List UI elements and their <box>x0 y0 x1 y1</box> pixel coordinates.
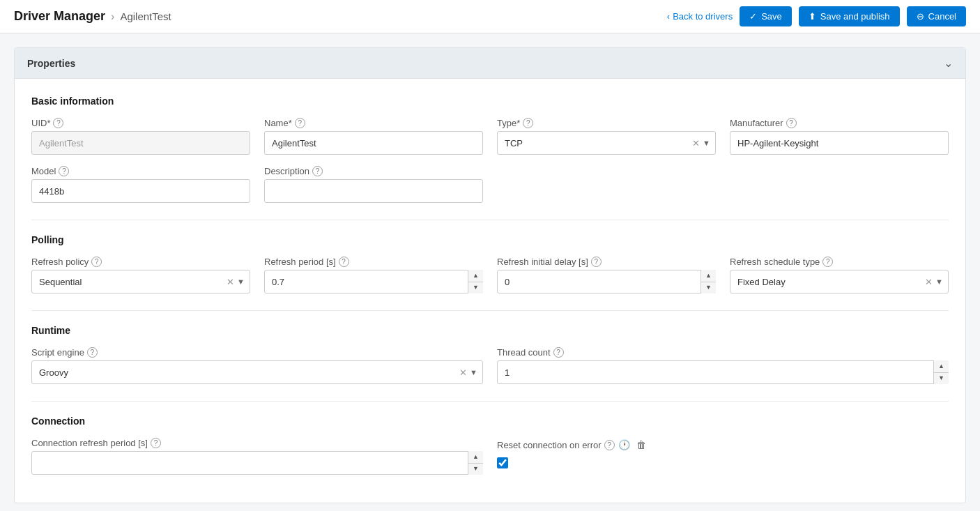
reset-on-error-help-icon[interactable]: ? <box>604 440 615 450</box>
divider-connection <box>31 401 949 402</box>
model-input[interactable] <box>31 179 250 203</box>
conn-refresh-period-wrapper: ▲ ▼ <box>31 451 483 475</box>
uid-help-icon[interactable]: ? <box>53 118 63 128</box>
thread-count-help-icon[interactable]: ? <box>553 347 564 358</box>
reset-on-error-delete-icon[interactable]: 🗑 <box>634 438 648 452</box>
description-input[interactable] <box>264 179 483 203</box>
minus-circle-icon: ⊖ <box>917 11 924 22</box>
refresh-period-spinner: ▲ ▼ <box>468 270 483 293</box>
manufacturer-label: Manufacturer ? <box>730 118 949 128</box>
properties-title: Properties <box>27 58 75 69</box>
thread-count-wrapper: ▲ ▼ <box>497 360 949 384</box>
name-field: Name* ? <box>264 118 483 155</box>
refresh-schedule-field: Refresh schedule type ? Fixed Delay Fixe… <box>730 257 949 293</box>
properties-panel: Properties ⌄ Basic information UID* ? <box>14 47 966 503</box>
refresh-schedule-label: Refresh schedule type ? <box>730 257 949 267</box>
script-engine-select[interactable]: Groovy JavaScript Python <box>31 360 483 384</box>
divider-polling <box>31 220 949 220</box>
properties-body: Basic information UID* ? Name* ? <box>15 79 965 503</box>
conn-refresh-period-up[interactable]: ▲ <box>468 451 483 464</box>
type-select-wrapper: TCP UDP Serial GPIB ✕ ▼ <box>497 131 716 155</box>
refresh-policy-field: Refresh policy ? Sequential Parallel Non… <box>31 257 250 293</box>
runtime-grid: Script engine ? Groovy JavaScript Python… <box>31 347 949 384</box>
check-icon: ✓ <box>749 11 757 22</box>
header-actions: ‹ Back to drivers ✓ Save ⬆ Save and publ… <box>667 6 966 26</box>
save-button[interactable]: ✓ Save <box>740 6 792 26</box>
refresh-policy-help-icon[interactable]: ? <box>91 257 102 267</box>
thread-count-input[interactable] <box>497 360 949 384</box>
refresh-policy-select[interactable]: Sequential Parallel None <box>31 270 250 293</box>
script-engine-help-icon[interactable]: ? <box>87 347 98 358</box>
conn-refresh-period-spinner: ▲ ▼ <box>468 451 483 475</box>
script-engine-clear-icon[interactable]: ✕ <box>459 368 467 377</box>
polling-title: Polling <box>31 234 949 245</box>
divider-runtime <box>31 310 949 311</box>
name-input[interactable] <box>264 131 483 155</box>
uid-label: UID* ? <box>31 118 250 128</box>
refresh-schedule-clear-icon[interactable]: ✕ <box>925 277 933 287</box>
basic-info-grid: UID* ? Name* ? Type* <box>31 118 949 203</box>
manufacturer-help-icon[interactable]: ? <box>786 118 797 128</box>
script-engine-field: Script engine ? Groovy JavaScript Python… <box>31 347 483 384</box>
script-engine-label: Script engine ? <box>31 347 483 358</box>
refresh-period-input[interactable] <box>264 270 483 293</box>
cancel-button[interactable]: ⊖ Cancel <box>907 6 966 26</box>
thread-count-down[interactable]: ▼ <box>934 373 949 385</box>
model-label: Model ? <box>31 166 250 176</box>
properties-section-header[interactable]: Properties ⌄ <box>15 48 965 79</box>
refresh-initial-delay-field: Refresh initial delay [s] ? ▲ ▼ <box>497 257 716 293</box>
name-help-icon[interactable]: ? <box>295 118 305 128</box>
chevron-down-icon: ⌄ <box>944 56 953 70</box>
manufacturer-field: Manufacturer ? <box>730 118 949 155</box>
manufacturer-input[interactable] <box>730 131 949 155</box>
refresh-policy-clear-icon[interactable]: ✕ <box>227 277 234 287</box>
refresh-period-label: Refresh period [s] ? <box>264 257 483 267</box>
refresh-initial-delay-input[interactable] <box>497 270 716 293</box>
thread-count-label: Thread count ? <box>497 347 949 358</box>
refresh-schedule-help-icon[interactable]: ? <box>822 257 833 267</box>
refresh-period-help-icon[interactable]: ? <box>339 257 349 267</box>
back-to-drivers-link[interactable]: ‹ Back to drivers <box>667 11 733 22</box>
upload-icon: ⬆ <box>809 11 816 22</box>
refresh-initial-delay-up[interactable]: ▲ <box>701 270 716 282</box>
runtime-title: Runtime <box>31 325 949 336</box>
type-help-icon[interactable]: ? <box>523 118 533 128</box>
type-clear-icon[interactable]: ✕ <box>692 139 700 148</box>
refresh-initial-delay-spinner: ▲ ▼ <box>700 270 716 293</box>
reset-on-error-checkbox[interactable] <box>497 457 508 468</box>
thread-count-field: Thread count ? ▲ ▼ <box>497 347 949 384</box>
uid-input[interactable] <box>31 131 250 155</box>
thread-count-spinner: ▲ ▼ <box>933 360 949 384</box>
chevron-left-icon: ‹ <box>667 11 670 22</box>
model-field: Model ? <box>31 166 250 203</box>
refresh-initial-delay-help-icon[interactable]: ? <box>591 257 602 267</box>
conn-refresh-period-help-icon[interactable]: ? <box>151 438 161 448</box>
conn-refresh-period-down[interactable]: ▼ <box>468 464 483 475</box>
conn-refresh-period-input[interactable] <box>31 451 483 475</box>
basic-info-title: Basic information <box>31 96 949 107</box>
save-publish-button[interactable]: ⬆ Save and publish <box>799 6 900 26</box>
refresh-period-up[interactable]: ▲ <box>468 270 483 282</box>
main-content: Properties ⌄ Basic information UID* ? <box>0 33 980 511</box>
connection-title: Connection <box>31 415 949 427</box>
conn-refresh-period-label: Connection refresh period [s] ? <box>31 438 483 448</box>
reset-on-error-label: Reset connection on error ? 🕐 🗑 <box>497 438 949 452</box>
refresh-schedule-select-wrapper: Fixed Delay Fixed Rate ✕ ▼ <box>730 270 949 293</box>
model-help-icon[interactable]: ? <box>59 166 69 176</box>
thread-count-up[interactable]: ▲ <box>934 360 949 373</box>
reset-on-error-checkbox-wrapper <box>497 457 949 468</box>
name-label: Name* ? <box>264 118 483 128</box>
type-select[interactable]: TCP UDP Serial GPIB <box>497 131 716 155</box>
description-help-icon[interactable]: ? <box>312 166 323 176</box>
type-label: Type* ? <box>497 118 716 128</box>
refresh-schedule-select[interactable]: Fixed Delay Fixed Rate <box>730 270 949 293</box>
app-header: Driver Manager › AgilentTest ‹ Back to d… <box>0 0 980 33</box>
refresh-period-down[interactable]: ▼ <box>468 282 483 294</box>
refresh-initial-delay-down[interactable]: ▼ <box>701 282 716 294</box>
breadcrumb-item: AgilentTest <box>120 10 171 22</box>
refresh-initial-delay-label: Refresh initial delay [s] ? <box>497 257 716 267</box>
reset-on-error-clock-icon[interactable]: 🕐 <box>618 438 631 452</box>
type-field: Type* ? TCP UDP Serial GPIB ✕ ▼ <box>497 118 716 155</box>
script-engine-select-wrapper: Groovy JavaScript Python ✕ ▼ <box>31 360 483 384</box>
refresh-policy-select-wrapper: Sequential Parallel None ✕ ▼ <box>31 270 250 293</box>
